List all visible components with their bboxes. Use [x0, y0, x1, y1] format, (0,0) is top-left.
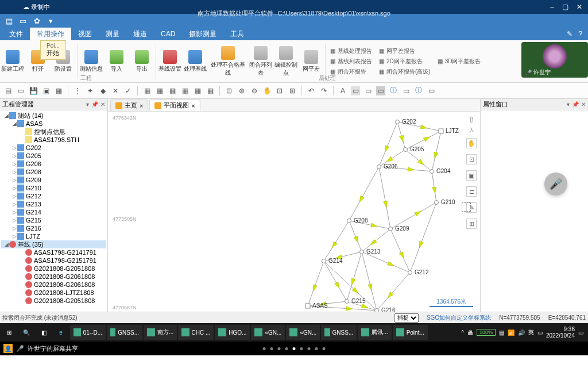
tree-row[interactable]: ▷G209 — [1, 176, 106, 184]
tool-ortho[interactable]: ⊏ — [466, 186, 477, 197]
tb-16[interactable]: ▦ — [206, 86, 215, 95]
taskbar-app[interactable]: GNSS... — [107, 325, 142, 340]
tree-row[interactable]: G2021808-G2061808 — [1, 273, 106, 281]
tree-row[interactable]: ▷G213 — [1, 200, 106, 208]
tree-row[interactable]: ▷LJTZ — [1, 232, 106, 240]
qa-gear-icon[interactable]: ✿ — [32, 17, 41, 25]
tree-row[interactable]: ▷G215 — [1, 216, 106, 224]
tb-sel[interactable]: ▭ — [363, 86, 373, 95]
tree-row[interactable]: ◢基线 (35) — [1, 240, 106, 248]
tree-row[interactable]: ▷G205 — [1, 152, 106, 160]
menu-measure[interactable]: 测量 — [99, 28, 126, 41]
panel-menu[interactable]: ▾ — [567, 101, 570, 108]
qa-save-icon[interactable]: ▤ — [5, 17, 14, 25]
panel-close[interactable]: ✕ — [581, 101, 586, 108]
taskbar-app[interactable]: «GN... — [251, 325, 285, 340]
tb-undo[interactable]: ↶ — [307, 86, 316, 95]
tree-row[interactable]: G2021808-G2051808 — [1, 297, 106, 305]
tb-11[interactable]: ▦ — [142, 86, 152, 95]
report-3d-net[interactable]: ▦ 3D网平差报告 — [438, 57, 481, 66]
qa-doc-icon[interactable]: ▭ — [18, 17, 28, 25]
battery-icon[interactable]: 100% — [477, 329, 496, 336]
tree-row[interactable]: ▷G202 — [1, 144, 106, 152]
min-btn[interactable]: – — [550, 3, 554, 11]
tb-text[interactable]: A — [338, 86, 347, 95]
tb-6[interactable]: ⋮ — [73, 86, 82, 95]
report-baseline[interactable]: ▦ 基线处理报告 — [330, 47, 372, 55]
tray-up[interactable]: ^ — [461, 329, 464, 336]
start-button[interactable]: ⊞ — [1, 325, 17, 340]
tree-row[interactable]: ASAS1798.STH — [1, 136, 106, 144]
tb-redo[interactable]: ↷ — [319, 86, 328, 95]
tray-wifi-icon[interactable]: 📶 — [508, 329, 514, 336]
tool-grid[interactable]: ⊞ — [466, 218, 477, 229]
tb-14[interactable]: ▦ — [180, 86, 189, 95]
tb-2[interactable]: ▭ — [16, 86, 25, 95]
menu-photo[interactable]: 摄影测量 — [182, 28, 223, 41]
tb-3[interactable]: 💾 — [29, 86, 38, 95]
tree-row[interactable]: ▷G206 — [1, 160, 106, 168]
tool-zoom-win[interactable]: ⊡ — [466, 154, 477, 164]
taskbar-app[interactable]: Point... — [393, 325, 428, 340]
menu-file[interactable]: 文件 — [2, 28, 30, 41]
tb-12[interactable]: ▦ — [155, 86, 164, 95]
tb-15[interactable]: ▦ — [193, 86, 202, 95]
taskbar-app[interactable]: 01--D... — [70, 325, 106, 340]
tree-row[interactable]: 控制点信息 — [1, 128, 106, 136]
tree-row[interactable]: ▷G212 — [1, 192, 106, 200]
snap-select[interactable]: 捕捉 — [394, 313, 419, 323]
tb-zoom-out[interactable]: ⊖ — [250, 86, 259, 95]
tab-home[interactable]: 主页 × — [110, 99, 148, 111]
tab-close-icon[interactable]: × — [191, 102, 195, 109]
tb-close[interactable]: ▭ — [427, 86, 436, 95]
close-btn[interactable]: ✕ — [577, 3, 582, 11]
search-button[interactable]: 🔍 — [18, 325, 34, 340]
tb-9[interactable]: ✕ — [111, 86, 120, 95]
tree-row[interactable]: ASAS1798-G2151791 — [1, 256, 106, 264]
menu-channel[interactable]: 通道 — [126, 28, 154, 41]
menu-view[interactable]: 视图 — [71, 28, 99, 41]
tree-row[interactable]: G2021808-LJTZ1808 — [1, 289, 106, 297]
tray-ime-icon[interactable]: ▭ — [537, 329, 543, 336]
tree-row[interactable]: ▷G214 — [1, 208, 106, 216]
notif-icon[interactable]: ▭ — [578, 329, 583, 336]
report-baseline-list[interactable]: ▦ 基线列表报告 — [330, 57, 372, 66]
plan-view-canvas[interactable]: 4776342N4773505N4770667NG202LJTZG205G206… — [108, 112, 480, 312]
tb-zoom-all[interactable]: ⊞ — [288, 86, 297, 95]
tree-row[interactable]: ASAS1798-G2141791 — [1, 248, 106, 256]
help-link[interactable]: SGO如何自定义坐标系统 — [427, 314, 491, 322]
tb-10[interactable]: ✓ — [123, 86, 133, 95]
qa-more-icon[interactable]: ▾ — [46, 17, 55, 25]
pin-icon[interactable]: 📌 — [572, 101, 579, 108]
tb-zoom-in[interactable]: ⊕ — [237, 86, 246, 95]
tray-net-icon[interactable]: ▤ — [499, 329, 504, 336]
tb-13[interactable]: ▦ — [168, 86, 177, 95]
tb-info[interactable]: ⓘ — [389, 86, 398, 95]
tool-pan[interactable]: ✋ — [466, 138, 477, 148]
tab-close-icon[interactable]: × — [140, 102, 143, 109]
menu-cad[interactable]: CAD — [154, 28, 182, 40]
tool-fit[interactable]: ▣ — [466, 170, 477, 181]
tb-cursor[interactable]: ▭ — [351, 86, 360, 95]
tree-row[interactable]: ▷G208 — [1, 168, 106, 176]
menu-tools[interactable]: 工具 — [223, 28, 251, 41]
taskbar-app[interactable]: «GN... — [286, 325, 320, 340]
tb-zoom-win[interactable]: ⊡ — [275, 86, 284, 95]
taskbar-app[interactable]: GNSS... — [321, 325, 357, 340]
taskbar-app[interactable]: 腾讯... — [358, 325, 391, 340]
tb-mode[interactable]: ▭ — [376, 86, 385, 95]
tb-pan[interactable]: ✋ — [262, 86, 272, 95]
clock[interactable]: 9:362022/10/24 — [546, 326, 575, 339]
tb-8[interactable]: ◆ — [98, 86, 107, 95]
menu-common[interactable]: 常用操作 — [30, 28, 71, 41]
pin-icon[interactable]: 📌 — [91, 101, 98, 108]
process-baseline-button[interactable]: 处理基线 — [183, 40, 208, 82]
edge-button[interactable]: e — [53, 325, 69, 340]
tb-zoom-fit[interactable]: ⊡ — [225, 86, 234, 95]
panel-close[interactable]: ✕ — [100, 101, 105, 108]
tray-printer-icon[interactable]: 🖶 — [467, 329, 473, 336]
report-net-adj[interactable]: ▦ 网平差报告 — [379, 47, 431, 55]
tree-row[interactable]: G2021808-G2061808 — [1, 281, 106, 289]
tb-5[interactable]: ▦ — [54, 86, 63, 95]
page-dots[interactable] — [263, 347, 326, 350]
